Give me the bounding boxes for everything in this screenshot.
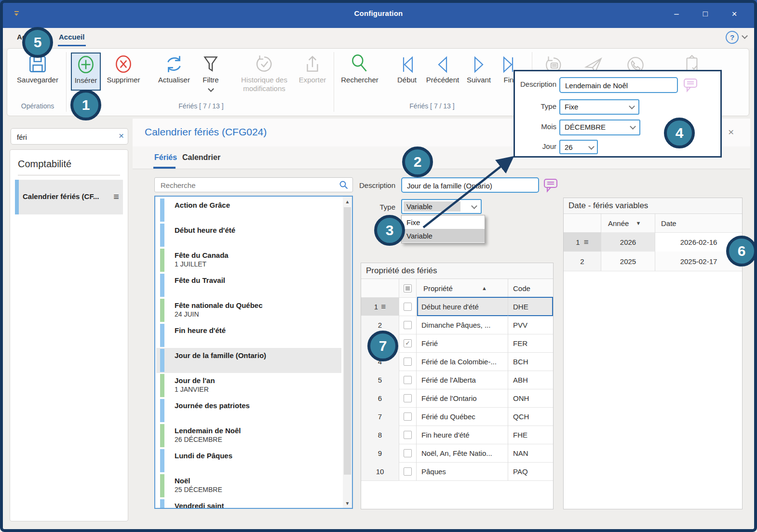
minimize-button[interactable]: –	[668, 7, 685, 21]
fixed-holiday-popup: Description Type Fixe Mois DÉCEMBRE Jour…	[514, 70, 722, 158]
tab-calendrier[interactable]: Calendrier	[182, 153, 220, 162]
checkbox[interactable]	[404, 394, 412, 402]
indeterminate-checkbox-icon[interactable]	[404, 284, 412, 293]
table-row[interactable]: 6 Férié de l'Ontario ONH	[361, 389, 553, 408]
history-button: Historique des modifications	[234, 53, 294, 93]
row-menu-icon[interactable]: ≡	[584, 238, 589, 246]
scrollbar[interactable]: ▲ ▼	[343, 197, 352, 508]
header-year[interactable]: Année▼	[601, 214, 655, 232]
table-row[interactable]: 2 Dimanche Pâques, ... PVV	[361, 316, 553, 334]
table-row-selected[interactable]: 1≡ 2026 2026-02-16	[564, 232, 742, 252]
list-item-selected[interactable]: Jour de la famille (Ontario)	[156, 348, 341, 373]
maximize-button[interactable]: □	[697, 7, 714, 21]
first-button[interactable]: Début	[394, 54, 419, 84]
list-item[interactable]: Fête du Canada1 JUILLET	[156, 248, 341, 273]
sort-desc-icon: ▼	[635, 220, 641, 226]
comment-icon[interactable]	[543, 177, 558, 193]
insert-button[interactable]: Insérer	[71, 53, 100, 85]
popup-month-dropdown[interactable]: DÉCEMBRE	[559, 120, 640, 135]
help-icon[interactable]: ?	[726, 31, 739, 44]
tab-accueil[interactable]: Accueil	[59, 33, 84, 41]
checkbox[interactable]	[404, 449, 412, 457]
holiday-list[interactable]: Action de Grâce Début heure d'été Fête d…	[154, 196, 353, 509]
popup-day-dropdown[interactable]: 26	[559, 140, 598, 154]
holiday-search	[154, 177, 353, 192]
table-row[interactable]: 5 Férié de l'Alberta ABH	[361, 371, 553, 389]
popup-type-dropdown[interactable]: Fixe	[559, 99, 639, 115]
sidebar-item-calendrier-feries[interactable]: Calendrier fériés (CF... ≡	[15, 180, 123, 214]
checkbox[interactable]	[404, 303, 412, 311]
list-item[interactable]: Fête nationale du Québec24 JUIN	[156, 298, 341, 323]
checkbox[interactable]	[404, 358, 412, 366]
scroll-down-icon[interactable]: ▼	[343, 498, 352, 508]
list-item[interactable]: Jour de l'an1 JANVIER	[156, 373, 341, 398]
table-row[interactable]: 10 Pâques PAQ	[361, 462, 553, 481]
type-bar	[160, 399, 164, 422]
first-record-icon	[396, 54, 418, 75]
checkbox[interactable]	[404, 467, 412, 476]
row-menu-icon[interactable]: ≡	[381, 303, 386, 311]
item-menu-icon[interactable]: ≡	[113, 191, 119, 202]
header-code[interactable]: Code	[508, 279, 553, 297]
previous-button[interactable]: Précédent	[421, 54, 464, 84]
list-item[interactable]: Début heure d'été	[156, 223, 341, 248]
document-close-icon[interactable]: ×	[728, 126, 734, 138]
title-bar: Configuration – □ ×	[0, 0, 757, 28]
sidebar-section-title: Comptabilité	[18, 159, 71, 170]
list-item[interactable]: Action de Grâce	[156, 198, 341, 223]
checkbox[interactable]	[404, 376, 412, 384]
popup-description-input[interactable]	[564, 80, 673, 91]
scrollbar-thumb[interactable]	[344, 207, 351, 475]
search-icon	[349, 53, 371, 75]
table-row[interactable]: 9 Noël, An, Fête Natio... NAN	[361, 444, 553, 463]
checkbox[interactable]	[404, 431, 412, 439]
table-row[interactable]: 8 Fin heure d'été FHE	[361, 426, 553, 444]
list-item[interactable]: Noël25 DÉCEMBRE	[156, 473, 341, 498]
header-date[interactable]: Date	[655, 214, 742, 232]
filter-button[interactable]: Filtre	[197, 53, 225, 93]
type-bar	[160, 374, 164, 397]
table-header-row: Année▼ Date	[564, 214, 742, 233]
callout-badge-6: 6	[726, 236, 757, 266]
clear-search-icon[interactable]: ×	[119, 131, 124, 141]
list-item[interactable]: Lundi de Pâques	[156, 448, 341, 473]
checkbox[interactable]	[404, 321, 412, 329]
table-row[interactable]: 7 Férié du Québec QCH	[361, 407, 553, 426]
filter-dropdown-chevron-icon[interactable]	[208, 86, 214, 92]
search-icon[interactable]	[339, 180, 349, 190]
checkbox-checked[interactable]: ✓	[404, 339, 412, 347]
list-item[interactable]: Fin heure d'été	[156, 323, 341, 348]
plus-circle-icon	[75, 53, 97, 76]
next-button[interactable]: Suivant	[464, 54, 494, 84]
window-title: Configuration	[0, 9, 757, 17]
search-button[interactable]: Rechercher	[338, 53, 382, 84]
list-item[interactable]: Vendredi saint	[156, 498, 341, 509]
refresh-icon	[163, 53, 185, 75]
holiday-search-input[interactable]	[160, 179, 335, 191]
popup-month-label: Mois	[515, 122, 556, 131]
dates-panel-title: Date - fériés variables	[564, 198, 742, 214]
callout-badge-2: 2	[402, 146, 433, 177]
list-item[interactable]: Fête du Travail	[156, 273, 341, 298]
header-property[interactable]: Propriété▲	[417, 279, 508, 297]
type-bar	[160, 249, 164, 272]
popup-day-label: Jour	[515, 142, 556, 150]
header-rownum	[564, 214, 601, 232]
properties-panel: Propriété des fériés Propriété▲ Code 1≡ …	[361, 263, 554, 509]
table-row[interactable]: 2 2025 2025-02-17	[564, 252, 742, 271]
callout-badge-1: 1	[70, 90, 101, 120]
close-button[interactable]: ×	[726, 7, 743, 21]
scroll-up-icon[interactable]: ▲	[343, 197, 352, 206]
export-button: Exporter	[295, 53, 330, 84]
group-label-feries: Fériés [ 7 / 13 ]	[71, 102, 331, 110]
refresh-button[interactable]: Actualiser	[153, 53, 195, 84]
sidebar-search-input[interactable]	[16, 131, 109, 143]
list-item[interactable]: Lendemain de Noêl26 DÉCEMBRE	[156, 423, 341, 448]
tab-feries[interactable]: Fériés	[154, 153, 177, 162]
checkbox[interactable]	[404, 412, 412, 421]
header-checkbox[interactable]	[399, 279, 417, 297]
delete-button[interactable]: Supprimer	[102, 53, 145, 84]
list-item[interactable]: Journée des patriotes	[156, 398, 341, 423]
filter-funnel-icon	[200, 53, 222, 75]
table-row[interactable]: 1≡ Début heure d'été DHE	[361, 297, 553, 316]
